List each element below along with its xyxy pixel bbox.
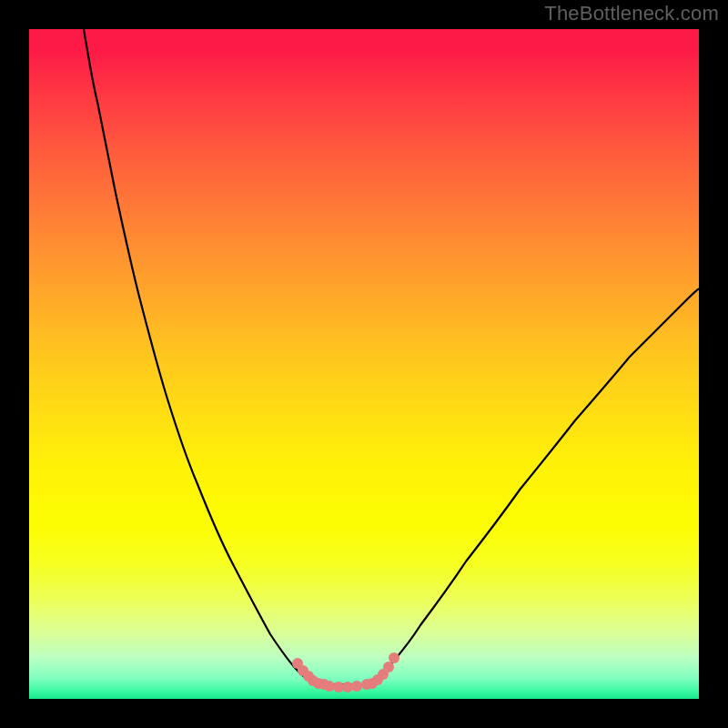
svg-point-9	[351, 681, 362, 692]
watermark-text: TheBottleneck.com	[544, 2, 719, 25]
curves-svg	[29, 29, 699, 699]
chart-frame: TheBottleneck.com	[0, 0, 728, 728]
svg-point-15	[389, 652, 399, 663]
marker-group-bottom	[324, 681, 362, 693]
plot-area	[29, 29, 699, 699]
left-curve	[84, 29, 317, 684]
svg-point-14	[383, 662, 394, 672]
marker-group-right	[361, 652, 399, 690]
marker-group-left	[292, 658, 329, 690]
right-curve	[373, 288, 699, 684]
